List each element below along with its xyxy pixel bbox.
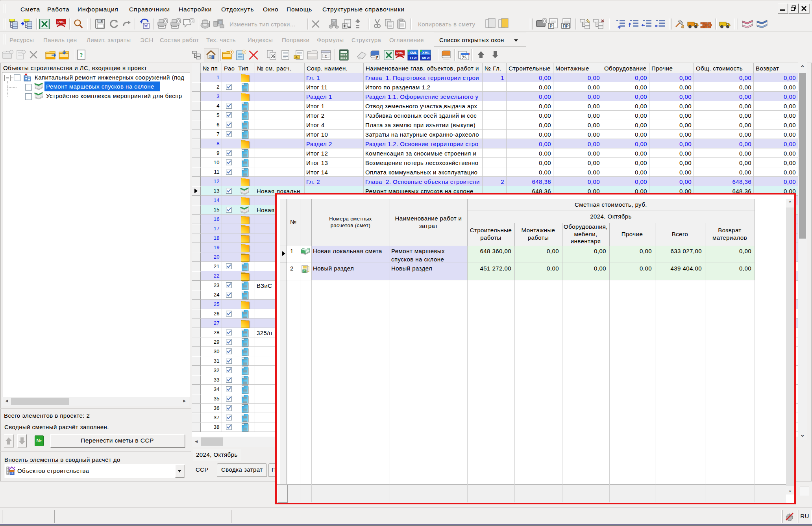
svg-text:F: F [376,56,379,59]
svg-text:PDF: PDF [57,20,65,24]
svg-text:?: ? [80,52,83,58]
svg-text:ПР: ПР [562,24,568,28]
svg-text:ГГЭ: ГГЭ [410,56,417,60]
svg-text:XML: XML [422,51,430,55]
svg-text:XML: XML [410,51,418,55]
svg-text:Σ: Σ [325,54,327,58]
svg-text:PDF: PDF [396,51,404,55]
svg-text:МГЭ: МГЭ [422,56,430,60]
svg-text:Р: Р [549,24,552,28]
